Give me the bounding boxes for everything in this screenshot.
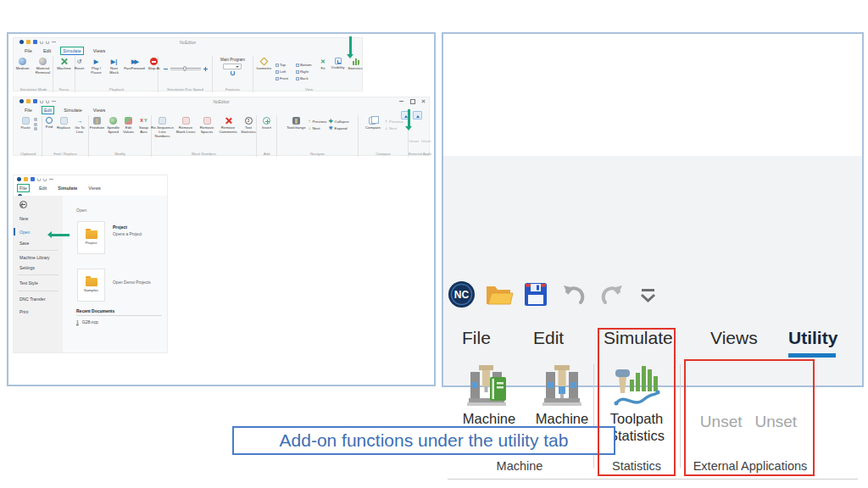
material-removal-button[interactable]: Material Removal <box>33 58 53 86</box>
remove-spaces-icon <box>203 117 211 125</box>
view-back-button[interactable]: Back <box>296 75 316 82</box>
project-card[interactable]: Project <box>77 221 105 254</box>
refresh-icon[interactable] <box>231 70 236 75</box>
compare-next-button[interactable]: ↓Next <box>385 125 403 130</box>
remove-spaces-button[interactable]: Remove Spaces <box>198 117 216 150</box>
tab-views[interactable]: Views <box>710 327 758 349</box>
sidebar-item-machine-library[interactable]: Machine Library <box>19 255 50 260</box>
view-top-button[interactable]: Top <box>275 62 294 69</box>
minimize-icon[interactable] <box>399 99 403 103</box>
expand-button[interactable]: ✳Expand <box>328 125 348 130</box>
sidebar-item-save[interactable]: Save <box>19 241 29 246</box>
annotation-box-external-applications <box>684 359 815 476</box>
reset-button[interactable]: ↺ Reset <box>73 58 86 86</box>
play-pause-button[interactable]: ▶ Play / Pause <box>88 58 105 86</box>
fastforward-button[interactable]: ▶▶ FastForward <box>124 58 146 86</box>
open-section-header: Open <box>76 208 86 213</box>
insert-button[interactable]: Insert <box>259 117 275 150</box>
external-unset-a[interactable]: Unset <box>409 139 419 150</box>
navigate-previous-button[interactable]: ↑Previous <box>308 119 326 124</box>
samples-card[interactable]: Samples <box>77 269 105 302</box>
undo-icon[interactable] <box>37 178 41 181</box>
tab-edit-annotated[interactable]: Edit <box>42 106 54 114</box>
navigate-next-button[interactable]: ↓Next <box>308 125 326 130</box>
tab-utility-active[interactable]: Utility <box>788 327 837 349</box>
tab-edit[interactable]: Edit <box>37 185 48 191</box>
tab-views[interactable]: Views <box>86 185 103 191</box>
edit-values-button[interactable]: Edit Values <box>122 117 136 150</box>
paste-button[interactable]: Paste <box>19 117 32 150</box>
view-top-label: Top <box>280 63 286 67</box>
back-arrow-icon[interactable] <box>19 201 27 208</box>
medium-button[interactable]: Medium <box>14 58 31 86</box>
tab-simulate[interactable]: Simulate <box>56 185 79 191</box>
toolchange-button[interactable]: Toolchange <box>286 117 306 150</box>
machine-button[interactable]: Machine <box>55 58 74 86</box>
redo-icon[interactable] <box>599 284 625 307</box>
collapse-button[interactable]: ✚Collapse <box>328 119 348 124</box>
tab-simulate[interactable]: Simulate <box>62 107 83 114</box>
remove-blank-lines-button[interactable]: Remove Blank Lines <box>175 117 196 150</box>
sidebar-item-print[interactable]: Print <box>19 309 28 314</box>
replace-button[interactable]: Replace <box>57 117 70 150</box>
tab-views[interactable]: Views <box>92 107 108 114</box>
tab-edit[interactable]: Edit <box>533 327 564 349</box>
speed-minus-icon[interactable] <box>164 67 168 71</box>
sidebar-item-open[interactable]: Open <box>19 230 30 235</box>
sidebar-item-new[interactable]: New <box>19 216 28 221</box>
tab-views[interactable]: Views <box>92 47 108 54</box>
redo-icon[interactable] <box>43 178 47 181</box>
sidebar-item-settings[interactable]: Settings <box>19 265 35 270</box>
speed-slider-track[interactable] <box>170 65 201 72</box>
open-icon[interactable] <box>24 177 28 181</box>
external-unset-b[interactable]: Unset <box>421 139 431 150</box>
swap-axis-button[interactable]: XY Swap Axis <box>137 117 151 150</box>
view-bottom-button[interactable]: Bottom <box>296 62 316 69</box>
compare-button[interactable]: Compare <box>363 117 383 150</box>
view-left-button[interactable]: Left <box>275 69 294 75</box>
compare-previous-button[interactable]: ↑Previous <box>385 119 403 124</box>
clipboard-extra-icon[interactable] <box>34 127 37 130</box>
main-program-control[interactable]: Main Program <box>220 58 245 86</box>
undo-icon[interactable] <box>561 284 587 307</box>
run-speed-slider[interactable] <box>164 58 208 80</box>
fit-button[interactable]: ✕ Fit <box>318 58 329 86</box>
isometric-cube-icon <box>260 58 269 66</box>
text-statistics-button[interactable]: 3 Text Statistics <box>240 117 257 150</box>
tab-file[interactable]: File <box>23 107 34 114</box>
save-icon[interactable] <box>31 177 35 181</box>
view-front-button[interactable]: Front <box>275 75 294 82</box>
visibility-button[interactable]: Visibility <box>331 58 346 86</box>
view-right-button[interactable]: Right <box>296 69 316 75</box>
open-selected-bar <box>14 228 15 236</box>
tab-file-annotated[interactable]: File <box>17 184 30 192</box>
save-floppy-icon[interactable] <box>524 282 548 307</box>
group-navigate: Toolchange ↑Previous ↓Next ✚Collapse ✳Ex… <box>277 115 359 157</box>
sidebar-item-text-style[interactable]: Text Style <box>19 280 38 286</box>
qat-customize-chevron-icon[interactable] <box>638 287 659 306</box>
sidebar-item-dnc-transfer[interactable]: DNC Transfer <box>19 297 46 302</box>
cut-icon[interactable] <box>34 118 37 121</box>
feedrate-button[interactable]: Feedrate <box>90 117 105 150</box>
close-icon[interactable] <box>421 99 426 103</box>
recent-document-item[interactable]: 1G28.ncp <box>76 319 98 324</box>
copy-icon[interactable] <box>34 123 37 126</box>
statistics-button[interactable]: Statistics <box>348 58 364 86</box>
open-folder-icon[interactable] <box>485 283 514 306</box>
find-button[interactable]: Find <box>43 117 55 150</box>
resequence-button[interactable]: Re-Sequence Line Numbers <box>151 117 174 150</box>
speed-plus-icon[interactable] <box>203 67 208 71</box>
qat-more-icon[interactable] <box>49 179 53 180</box>
go-to-line-button[interactable]: → Go To Line <box>72 117 87 150</box>
remove-comments-button[interactable]: Remove Comments <box>218 117 238 150</box>
spindle-speed-button[interactable]: Spindle Speed <box>107 117 120 150</box>
speed-slider-thumb[interactable] <box>183 66 186 71</box>
tab-file[interactable]: File <box>462 327 491 349</box>
main-program-dropdown[interactable] <box>223 64 242 69</box>
next-block-button[interactable]: ▶| Next Block <box>107 58 122 86</box>
maximize-icon[interactable] <box>410 99 415 103</box>
tab-simulate-annotated[interactable]: Simulate <box>60 47 83 55</box>
tab-edit[interactable]: Edit <box>42 47 53 54</box>
tab-file[interactable]: File <box>23 47 34 54</box>
isometric-button[interactable]: Isometric <box>255 58 274 86</box>
